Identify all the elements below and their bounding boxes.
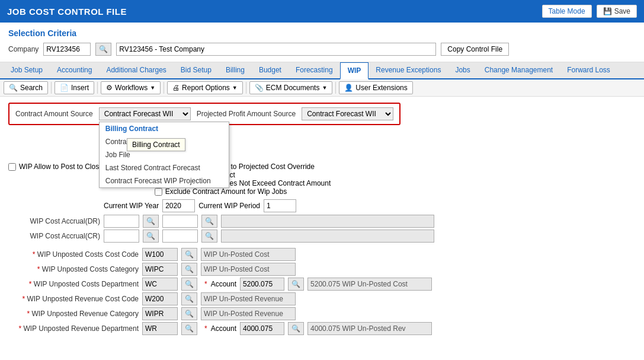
unposted-rev-code-search[interactable]: 🔍	[181, 292, 197, 305]
app-header: JOB COST CONTROL FILE Table Mode 💾 Save	[0, 0, 644, 23]
company-row: Company 🔍 Copy Control File	[8, 43, 636, 56]
dropdown-item-billing-contract[interactable]: Billing Contract	[100, 122, 229, 135]
tab-wip[interactable]: WIP	[340, 62, 369, 79]
unposted-rev-code-row: * WIP Unposted Revenue Cost Code 🔍	[8, 292, 636, 305]
contract-amount-select[interactable]: Contract Forecast WII Billing Contract C…	[99, 107, 191, 120]
accrual-dr-input-1[interactable]	[104, 215, 139, 228]
tab-revenue-exceptions[interactable]: Revenue Exceptions	[369, 62, 448, 78]
tab-job-setup[interactable]: Job Setup	[4, 62, 50, 78]
unposted-rev-code-desc	[201, 292, 296, 305]
checkbox-exclude-contract-row: Exclude Contract Amount for Wip Jobs	[155, 187, 331, 196]
tab-additional-charges[interactable]: Additional Charges	[99, 62, 173, 78]
req-star-5: *	[18, 324, 21, 333]
unposted-rev-cat-search[interactable]: 🔍	[181, 307, 197, 320]
contract-amount-dropdown-container: Contract Forecast WII Billing Contract C…	[99, 107, 191, 120]
unposted-costs-cat-search[interactable]: 🔍	[181, 263, 197, 276]
tab-accounting[interactable]: Accounting	[50, 62, 99, 78]
account-search-5[interactable]: 🔍	[288, 322, 304, 335]
search-button[interactable]: 🔍 Search	[4, 81, 48, 94]
projected-profit-select[interactable]: Contract Forecast WII Billing Contract	[302, 107, 393, 120]
account-label-5: Account	[211, 324, 236, 333]
unposted-rev-cat-row: * WIP Unposted Revenue Category 🔍	[8, 307, 636, 320]
unposted-rev-dept-search[interactable]: 🔍	[181, 322, 197, 335]
account-input-5[interactable]	[240, 322, 284, 335]
tab-change-management[interactable]: Change Management	[478, 62, 560, 78]
current-wip-period-input[interactable]	[264, 199, 296, 212]
table-mode-button[interactable]: Table Mode	[542, 5, 592, 18]
accrual-cr-input-1[interactable]	[104, 230, 139, 243]
save-button[interactable]: 💾 Save	[597, 5, 637, 18]
account-input-2[interactable]	[240, 278, 284, 291]
unposted-costs-code-input[interactable]	[142, 248, 178, 261]
user-extensions-button[interactable]: 👤 User Extensions	[339, 81, 412, 94]
copy-control-file-button[interactable]: Copy Control File	[441, 43, 509, 56]
unposted-rev-cat-input[interactable]	[142, 307, 178, 320]
dropdown-item-contract-forecast-wip[interactable]: Contract Forecast WIP Projection	[100, 174, 229, 187]
exclude-contract-label: Exclude Contract Amount for Wip Jobs	[165, 187, 287, 196]
company-search-button[interactable]: 🔍	[95, 43, 111, 56]
tab-billing[interactable]: Billing	[219, 62, 252, 78]
unposted-costs-code-row: * WIP Unposted Costs Cost Code 🔍	[8, 248, 636, 261]
insert-button[interactable]: 📄 Insert	[55, 81, 94, 94]
selection-criteria-panel: Selection Criteria Company 🔍 Copy Contro…	[0, 23, 644, 62]
report-options-button[interactable]: 🖨 Report Options ▼	[167, 81, 243, 94]
ecm-dropdown-arrow: ▼	[322, 85, 327, 91]
exclude-contract-checkbox[interactable]	[155, 188, 162, 196]
unposted-rev-cat-label: * WIP Unposted Revenue Category	[8, 310, 139, 318]
tab-forward-loss[interactable]: Forward Loss	[560, 62, 617, 78]
accrual-dr-search-2[interactable]: 🔍	[201, 215, 217, 228]
tab-jobs[interactable]: Jobs	[448, 62, 477, 78]
accrual-dr-search-1[interactable]: 🔍	[143, 215, 159, 228]
req-star-1: *	[37, 265, 40, 273]
header-actions: Table Mode 💾 Save	[542, 5, 637, 18]
account-search-2[interactable]: 🔍	[288, 278, 304, 291]
company-code-input[interactable]	[43, 43, 91, 56]
unposted-costs-dept-label: * WIP Unposted Costs Department	[8, 280, 139, 288]
workflows-button[interactable]: ⚙ Workflows ▼	[101, 81, 161, 94]
search-icon: 🔍	[9, 84, 18, 92]
source-row: Contract Amount Source Contract Forecast…	[8, 103, 401, 125]
unposted-rev-cat-desc	[201, 307, 296, 320]
account-label-2: Account	[211, 280, 236, 288]
unposted-costs-code-desc	[201, 248, 296, 261]
ecm-documents-button[interactable]: 📎 ECM Documents ▼	[249, 81, 333, 94]
tab-forecasting[interactable]: Forecasting	[289, 62, 340, 78]
toolbar: 🔍 Search 📄 Insert ⚙ Workflows ▼ 🖨 Report…	[0, 79, 644, 97]
unposted-costs-dept-input[interactable]	[142, 278, 178, 291]
accrual-cr-search-1[interactable]: 🔍	[143, 230, 159, 243]
company-name-input[interactable]	[116, 43, 436, 56]
account-desc-2	[307, 278, 432, 291]
unposted-costs-dept-search[interactable]: 🔍	[181, 278, 197, 291]
current-wip-year-input[interactable]	[162, 199, 195, 212]
accrual-cr-label: WIP Cost Accrual(CR)	[8, 232, 100, 240]
main-content: Contract Amount Source Contract Forecast…	[0, 97, 644, 360]
tab-bid-setup[interactable]: Bid Setup	[174, 62, 219, 78]
unposted-rev-dept-row: * WIP Unposted Revenue Department 🔍 * Ac…	[8, 322, 636, 335]
accrual-cr-search-2[interactable]: 🔍	[201, 230, 217, 243]
unposted-rev-code-input[interactable]	[142, 292, 178, 305]
unposted-rev-dept-input[interactable]	[142, 322, 178, 335]
accrual-dr-desc[interactable]	[221, 215, 434, 228]
accrual-dr-input-2[interactable]	[162, 215, 198, 228]
req-star-0: *	[33, 250, 36, 259]
accrual-cr-desc[interactable]	[221, 230, 434, 243]
accrual-cr-input-2[interactable]	[162, 230, 198, 243]
req-star-2: *	[29, 280, 32, 288]
report-options-dropdown-arrow: ▼	[232, 85, 238, 91]
toolbar-separator-1	[51, 82, 52, 94]
accrual-dr-label: WIP Cost Accrual(DR)	[8, 217, 100, 225]
unposted-costs-cat-input[interactable]	[142, 263, 178, 276]
report-options-icon: 🖨	[172, 84, 180, 92]
app-title: JOB COST CONTROL FILE	[7, 7, 127, 17]
allow-post-checkbox[interactable]	[8, 163, 16, 171]
contract-amount-dropdown-menu: Billing Contract Contract Forecast Job F…	[99, 122, 229, 188]
save-icon: 💾	[603, 7, 612, 15]
projected-profit-label: Projected Profit Amount Source	[197, 110, 296, 118]
account-desc-5	[307, 322, 432, 335]
accrual-dr-row: WIP Cost Accrual(DR) 🔍 🔍	[8, 215, 636, 228]
tab-budget[interactable]: Budget	[252, 62, 289, 78]
unposted-costs-code-search[interactable]: 🔍	[181, 248, 197, 261]
workflows-icon: ⚙	[106, 84, 113, 92]
user-extensions-icon: 👤	[344, 84, 353, 92]
dropdown-item-last-stored[interactable]: Last Stored Contract Forecast	[100, 161, 229, 174]
